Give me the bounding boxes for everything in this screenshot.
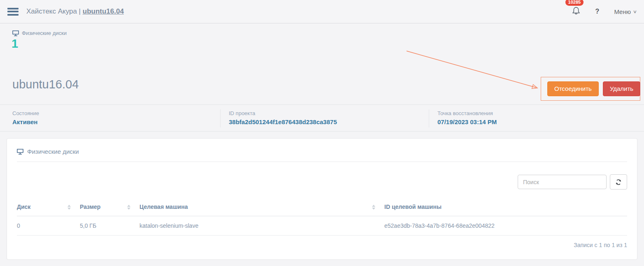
page-title: ubuntu16.04 (12, 78, 79, 91)
header-size[interactable]: Размер (80, 199, 139, 216)
menu-label: Меню (614, 8, 631, 15)
cell-target-machine-id: e52ae3db-78a3-4a7b-8764-68ea2e004822 (384, 216, 627, 236)
notifications-button[interactable]: 10285 (571, 5, 581, 18)
info-project-id: ID проекта 38bfa2d501244f1e876438d238ca3… (220, 109, 429, 127)
refresh-button[interactable] (610, 174, 627, 190)
header-disk[interactable]: Диск (17, 199, 80, 216)
state-label: Состояние (12, 110, 220, 116)
monitor-icon (17, 149, 23, 155)
project-id-label: ID проекта (229, 110, 429, 116)
restore-point-value: 07/19/2023 03:14 PM (437, 118, 644, 125)
header-target-machine-id[interactable]: ID целевой машины (384, 199, 627, 216)
card-header: Физические диски (17, 139, 627, 162)
breadcrumb[interactable]: Физические диски (12, 30, 67, 36)
table-header-row: Диск Размер Целевая машина ID целевой ма… (17, 199, 627, 216)
sort-icon[interactable] (127, 204, 130, 210)
disks-table: Диск Размер Целевая машина ID целевой ма… (17, 199, 627, 236)
card-toolbar (17, 174, 627, 190)
table-row[interactable]: 0 5,0 ГБ katalon-selenium-slave e52ae3db… (17, 216, 627, 236)
delete-button[interactable]: Удалить (603, 81, 640, 96)
info-restore-point: Точка восстановления 07/19/2023 03:14 PM (429, 109, 644, 127)
hamburger-menu-icon[interactable] (7, 8, 19, 16)
annotation-highlight-box: Отсоединить Удалить (541, 77, 640, 101)
top-bar: Хайстекс Акура | ubuntu16.04 10285 ? Мен… (0, 0, 644, 23)
card-title: Физические диски (27, 148, 79, 155)
cell-size: 5,0 ГБ (80, 216, 139, 236)
physical-disks-card: Физические диски Диск Размер (7, 138, 637, 260)
annotation-step-number: 1 (12, 37, 18, 51)
vm-name-link[interactable]: ubuntu16.04 (83, 7, 124, 15)
app-title-text: Хайстекс Акура | (26, 7, 81, 15)
topbar-actions: 10285 ? Меню ∨ (571, 5, 637, 18)
records-summary: Записи с 1 по 1 из 1 (17, 242, 627, 248)
bell-icon (571, 5, 581, 16)
sort-icon[interactable] (67, 204, 71, 210)
sort-icon[interactable] (372, 204, 375, 210)
info-strip: Состояние Активен ID проекта 38bfa2d5012… (0, 104, 644, 132)
project-id-value: 38bfa2d501244f1e876438d238ca3875 (229, 118, 429, 125)
cell-target-machine: katalon-selenium-slave (139, 216, 384, 236)
restore-point-label: Точка восстановления (437, 110, 644, 116)
refresh-icon (615, 178, 622, 186)
search-input[interactable] (518, 175, 607, 189)
state-value: Активен (12, 118, 220, 125)
help-button[interactable]: ? (595, 8, 600, 15)
info-state: Состояние Активен (0, 105, 220, 131)
header-target-machine[interactable]: Целевая машина (139, 199, 384, 216)
monitor-icon (12, 30, 19, 36)
app-title: Хайстекс Акура | ubuntu16.04 (26, 7, 124, 16)
notification-count-badge: 10285 (565, 0, 584, 6)
detach-button[interactable]: Отсоединить (547, 81, 599, 96)
menu-dropdown[interactable]: Меню ∨ (614, 8, 637, 15)
breadcrumb-label: Физические диски (22, 30, 67, 36)
cell-disk: 0 (17, 216, 80, 236)
chevron-down-icon: ∨ (633, 9, 637, 14)
